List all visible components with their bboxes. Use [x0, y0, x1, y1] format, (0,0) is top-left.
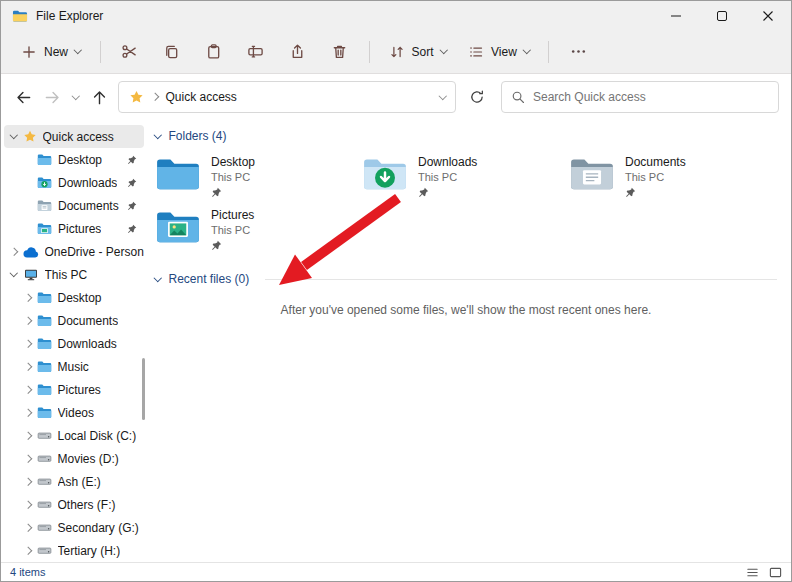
chevron-down-icon[interactable]: [154, 274, 162, 282]
sidebar-item-label: Videos: [58, 406, 94, 420]
more-options-button[interactable]: [558, 35, 598, 69]
back-button[interactable]: [9, 82, 38, 112]
pin-icon: [127, 155, 137, 165]
sidebar-item-label: Others (F:): [58, 498, 116, 512]
sidebar-item-onedrive[interactable]: OneDrive - Person: [4, 240, 144, 263]
recent-files-section-header[interactable]: Recent files (0): [155, 272, 777, 286]
chevron-right-icon[interactable]: [24, 547, 32, 555]
sidebar-item-label: Desktop: [58, 153, 102, 167]
sidebar-item-downloads[interactable]: Downloads: [4, 332, 144, 355]
details-view-button[interactable]: [743, 565, 761, 580]
recent-files-section-title: Recent files (0): [169, 272, 250, 286]
chevron-right-icon[interactable]: [24, 432, 32, 440]
search-icon: [511, 90, 526, 105]
sidebar-item-label: Music: [58, 360, 89, 374]
sidebar-item-tertiary-h[interactable]: Tertiary (H:): [4, 539, 144, 562]
paste-button[interactable]: [194, 35, 234, 69]
sidebar-item-label: Downloads: [58, 176, 117, 190]
sidebar-item-pictures[interactable]: Pictures: [4, 378, 144, 401]
sidebar-item-label: Quick access: [43, 130, 114, 144]
onedrive-cloud-icon: [23, 246, 39, 258]
new-button[interactable]: New: [11, 35, 91, 69]
chevron-right-icon[interactable]: [24, 294, 32, 302]
minimize-button[interactable]: [653, 1, 699, 30]
pin-icon: [127, 178, 137, 188]
sort-icon: [389, 44, 405, 60]
chevron-right-icon[interactable]: [24, 478, 32, 486]
plus-icon: [21, 44, 37, 60]
chevron-right-icon[interactable]: [24, 524, 32, 532]
maximize-button[interactable]: [699, 1, 745, 30]
copy-button[interactable]: [152, 35, 192, 69]
sidebar-item-pictures-pinned[interactable]: Pictures: [4, 217, 144, 240]
chevron-right-icon[interactable]: [24, 317, 32, 325]
sidebar-item-movies-d[interactable]: Movies (D:): [4, 447, 144, 470]
cut-button[interactable]: [110, 35, 150, 69]
main-area: Quick access Desktop Downloads Documents…: [1, 120, 791, 562]
chevron-right-icon[interactable]: [10, 248, 18, 256]
drive-icon: [37, 428, 52, 443]
sidebar-item-documents-pinned[interactable]: Documents: [4, 194, 144, 217]
sidebar-item-desktop-pinned[interactable]: Desktop: [4, 148, 144, 171]
chevron-right-icon[interactable]: [24, 501, 32, 509]
search-box[interactable]: [501, 81, 779, 113]
sidebar-item-videos[interactable]: Videos: [4, 401, 144, 424]
folder-icon: [37, 337, 52, 350]
forward-button[interactable]: [38, 82, 67, 112]
view-button[interactable]: View: [458, 35, 539, 69]
chevron-right-icon[interactable]: [24, 455, 32, 463]
sidebar-item-documents[interactable]: Documents: [4, 309, 144, 332]
folder-icon: [37, 360, 52, 373]
folders-section-header[interactable]: Folders (4): [155, 129, 777, 143]
thumbnails-view-icon: [769, 566, 782, 579]
chevron-right-icon[interactable]: [24, 340, 32, 348]
sidebar-item-downloads-pinned[interactable]: Downloads: [4, 171, 144, 194]
search-input[interactable]: [533, 90, 769, 104]
sidebar-item-music[interactable]: Music: [4, 355, 144, 378]
folder-tile-pictures[interactable]: Pictures This PC: [155, 207, 362, 251]
sidebar-item-others-f[interactable]: Others (F:): [4, 493, 144, 516]
delete-button[interactable]: [320, 35, 360, 69]
chevron-right-icon[interactable]: [24, 409, 32, 417]
folder-tile-documents[interactable]: Documents This PC: [569, 154, 776, 198]
sidebar-item-quick-access[interactable]: Quick access: [4, 125, 144, 148]
sidebar-scrollbar[interactable]: [142, 358, 145, 420]
chevron-down-icon: [74, 46, 82, 54]
folder-location: This PC: [211, 224, 250, 236]
folder-tile-desktop[interactable]: Desktop This PC: [155, 154, 362, 198]
folder-tile-downloads[interactable]: Downloads This PC: [362, 154, 569, 198]
sidebar-item-local-disk-c[interactable]: Local Disk (C:): [4, 424, 144, 447]
sort-button[interactable]: Sort: [379, 35, 457, 69]
recent-locations-button[interactable]: [67, 82, 85, 112]
sidebar-item-desktop[interactable]: Desktop: [4, 286, 144, 309]
back-arrow-icon: [15, 89, 32, 106]
large-thumbnails-view-button[interactable]: [766, 565, 784, 580]
folder-location: This PC: [625, 171, 664, 183]
sidebar-item-ash-e[interactable]: Ash (E:): [4, 470, 144, 493]
share-button[interactable]: [278, 35, 318, 69]
rename-button[interactable]: [236, 35, 276, 69]
close-button[interactable]: [745, 1, 791, 30]
chevron-down-icon[interactable]: [10, 269, 18, 277]
sidebar-item-secondary-g[interactable]: Secondary (G:): [4, 516, 144, 539]
refresh-button[interactable]: [462, 82, 491, 112]
drive-icon: [37, 451, 52, 466]
share-icon: [289, 43, 306, 60]
chevron-down-icon[interactable]: [154, 131, 162, 139]
sidebar-item-this-pc[interactable]: This PC: [4, 263, 144, 286]
chevron-right-icon[interactable]: [24, 386, 32, 394]
chevron-down-icon[interactable]: [10, 131, 18, 139]
address-dropdown-icon[interactable]: [438, 92, 446, 100]
address-bar[interactable]: Quick access: [118, 81, 456, 113]
tile-text: Pictures This PC: [211, 207, 254, 251]
view-icon: [468, 44, 484, 60]
drive-icon: [37, 543, 52, 558]
up-button[interactable]: [85, 82, 114, 112]
folder-name: Desktop: [211, 155, 255, 169]
pin-icon: [625, 187, 636, 198]
tile-text: Desktop This PC: [211, 154, 255, 198]
chevron-right-icon[interactable]: [24, 363, 32, 371]
sidebar-item-label: Local Disk (C:): [58, 429, 137, 443]
breadcrumb-location[interactable]: Quick access: [166, 90, 237, 104]
file-explorer-window: File Explorer New: [0, 0, 792, 582]
